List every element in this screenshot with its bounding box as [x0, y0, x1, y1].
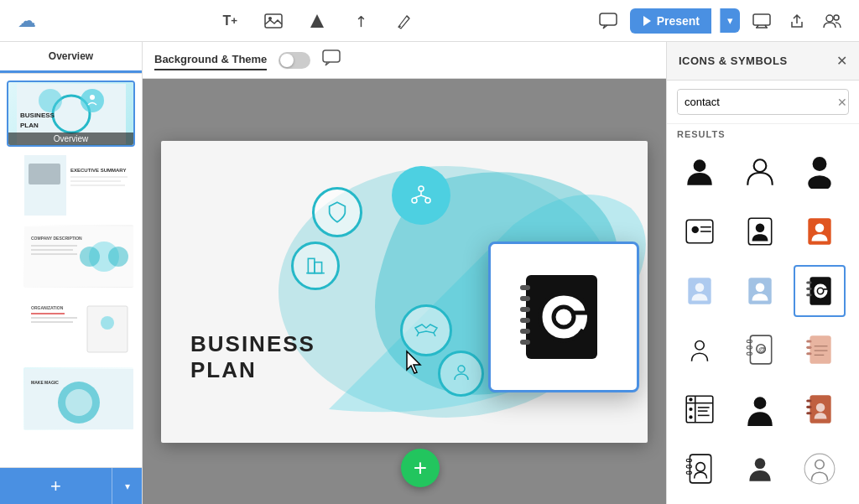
toolbar-right: Present ▾: [595, 8, 846, 34]
svg-point-10: [826, 15, 833, 22]
theme-toggle[interactable]: [279, 52, 310, 69]
add-slide-button[interactable]: +: [0, 468, 112, 504]
icon-contact-book-colored[interactable]: [794, 324, 846, 376]
icon-person-icon-2[interactable]: [734, 443, 786, 495]
svg-rect-53: [308, 258, 315, 273]
comment-icon[interactable]: [595, 8, 622, 34]
icon-person-card-blue-2[interactable]: [734, 265, 786, 317]
present-button[interactable]: Present: [630, 8, 711, 34]
svg-point-125: [815, 460, 825, 470]
svg-rect-117: [807, 412, 812, 414]
slide-preview-2: COMPANY DESCRIPTION: [23, 225, 133, 288]
slide-wrapper-3: 3 ORGANIZATION: [7, 294, 135, 361]
svg-point-107: [689, 398, 692, 402]
circle-building: [291, 242, 340, 290]
icon-person-card-blue[interactable]: [674, 265, 726, 317]
icon-at-book-outline[interactable]: @: [734, 324, 786, 376]
search-clear-button[interactable]: ✕: [832, 92, 849, 112]
icon-person-silhouette[interactable]: [734, 383, 786, 435]
svg-point-15: [39, 89, 62, 112]
svg-point-88: [814, 283, 828, 298]
search-input-wrap: ✕: [677, 89, 849, 115]
sidebar-tab-overview[interactable]: Overview: [0, 42, 142, 73]
center-toolbar: Background & Theme: [143, 42, 666, 79]
svg-rect-59: [520, 296, 530, 301]
present-dropdown-button[interactable]: ▾: [720, 8, 740, 33]
svg-point-108: [689, 408, 692, 411]
panel-header: ICONS & SYMBOLS ✕: [667, 42, 859, 81]
svg-text:@: @: [758, 346, 766, 355]
svg-line-3: [407, 16, 409, 18]
svg-rect-98: [807, 340, 812, 343]
icon-placeholder[interactable]: [794, 443, 846, 495]
svg-point-90: [695, 341, 705, 351]
slide-thumb-4[interactable]: MAKE MAGIC: [22, 366, 135, 432]
arrow-icon[interactable]: ↗: [342, 2, 380, 39]
svg-rect-23: [70, 176, 128, 178]
icon-person-outline[interactable]: [734, 146, 786, 198]
slide-thumb-3[interactable]: ORGANIZATION: [22, 294, 135, 361]
fab-add-button[interactable]: +: [401, 449, 440, 487]
icon-contact-card-orange[interactable]: [794, 205, 846, 257]
svg-rect-99: [807, 346, 812, 349]
svg-line-51: [414, 195, 421, 198]
panel-close-button[interactable]: ✕: [836, 53, 847, 69]
svg-rect-63: [520, 340, 530, 345]
icon-person-circle-outline[interactable]: [674, 324, 726, 376]
icon-contact-card-1[interactable]: [674, 205, 726, 257]
fab-label: +: [414, 455, 427, 481]
overview-slide-label: Overview: [8, 132, 133, 145]
svg-point-69: [753, 159, 766, 172]
users-icon[interactable]: [819, 8, 846, 34]
icon-at-book-highlighted[interactable]: [794, 265, 846, 317]
main-toolbar: ☁ T+ ↗ Present ▾: [0, 0, 859, 42]
svg-rect-121: [686, 465, 691, 468]
svg-rect-36: [31, 313, 65, 314]
svg-rect-62: [520, 329, 530, 334]
icons-symbols-panel: ICONS & SYMBOLS ✕ ✕ RESULTS: [666, 42, 859, 504]
toolbar-center: T+ ↗: [54, 8, 581, 34]
text-plus-icon[interactable]: T+: [216, 8, 243, 34]
shape-icon[interactable]: [304, 8, 331, 34]
icon-person-solid[interactable]: [674, 146, 726, 198]
slide-thumb-overview[interactable]: BUSINESS PLAN Overview: [7, 81, 135, 147]
icon-address-book-colored[interactable]: [794, 383, 846, 435]
toggle-knob: [280, 54, 294, 67]
background-theme-tab[interactable]: Background & Theme: [154, 49, 267, 70]
icon-contact-table[interactable]: [674, 383, 726, 435]
slide-preview-1: EXECUTIVE SUMMARY: [23, 153, 133, 216]
image-insert-icon[interactable]: [260, 8, 287, 34]
svg-marker-5: [643, 16, 651, 26]
circle-org: [392, 166, 450, 225]
svg-text:EXECUTIVE SUMMARY: EXECUTIVE SUMMARY: [70, 168, 126, 173]
screen-icon[interactable]: [748, 8, 775, 34]
svg-rect-120: [686, 460, 691, 462]
app-logo[interactable]: ☁: [13, 8, 40, 34]
svg-rect-6: [753, 14, 770, 25]
comment-center-icon[interactable]: [322, 49, 341, 70]
svg-rect-31: [31, 245, 77, 247]
circle-shield: [312, 187, 362, 237]
share-icon[interactable]: [784, 8, 810, 34]
svg-point-56: [458, 366, 465, 372]
svg-rect-115: [807, 400, 812, 403]
icon-grid: @: [667, 143, 859, 504]
svg-rect-85: [807, 281, 812, 283]
slide-thumb-1[interactable]: EXECUTIVE SUMMARY: [22, 152, 135, 218]
pen-icon[interactable]: [391, 8, 418, 34]
sidebar: Overview BUSINESS PLAN: [0, 42, 143, 504]
search-input[interactable]: [678, 91, 832, 113]
main-layout: Overview BUSINESS PLAN: [0, 42, 859, 504]
svg-rect-86: [807, 287, 812, 289]
svg-marker-2: [310, 14, 324, 28]
slide-thumb-2[interactable]: COMPANY DESCRIPTION: [22, 223, 135, 289]
svg-point-43: [65, 389, 92, 416]
svg-rect-93: [747, 346, 752, 349]
slide-canvas[interactable]: BUSINESS PLAN: [161, 141, 648, 443]
toolbar-left: ☁: [13, 8, 40, 34]
icon-person-dark[interactable]: [794, 146, 846, 198]
icon-contact-card-2[interactable]: [734, 205, 786, 257]
slide-title-line2: PLAN: [190, 357, 315, 383]
add-slide-dropdown-button[interactable]: ▾: [112, 468, 142, 504]
icon-contact-book-outline[interactable]: [674, 443, 726, 495]
